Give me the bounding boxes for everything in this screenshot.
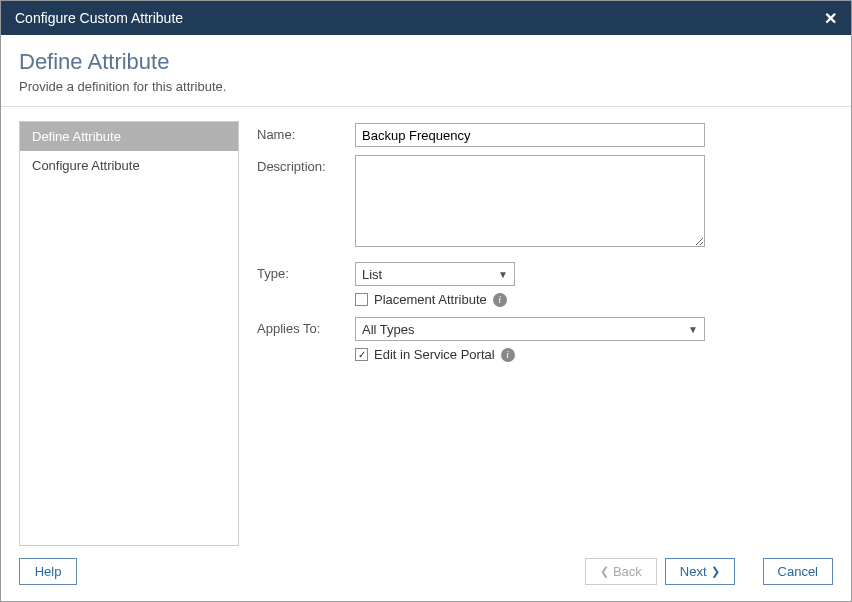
row-type: Type: List ▼ Placement Attribute i — [257, 262, 833, 307]
label-type: Type: — [257, 262, 355, 281]
chevron-left-icon: ❮ — [600, 565, 609, 578]
button-label: Next — [680, 564, 707, 579]
applies-select[interactable]: All Types ▼ — [355, 317, 705, 341]
sidebar-step-define[interactable]: Define Attribute — [20, 122, 238, 151]
cancel-button[interactable]: Cancel — [763, 558, 833, 585]
page-heading: Define Attribute — [19, 49, 833, 75]
placement-checkbox[interactable] — [355, 293, 368, 306]
label-name: Name: — [257, 123, 355, 142]
edit-portal-row: ✓ Edit in Service Portal i — [355, 347, 833, 362]
description-textarea[interactable] — [355, 155, 705, 247]
placement-row: Placement Attribute i — [355, 292, 833, 307]
info-icon[interactable]: i — [501, 348, 515, 362]
chevron-right-icon: ❯ — [711, 565, 720, 578]
edit-portal-checkbox[interactable]: ✓ — [355, 348, 368, 361]
caret-down-icon: ▼ — [498, 269, 508, 280]
applies-value: All Types — [362, 322, 415, 337]
sidebar-step-label: Define Attribute — [32, 129, 121, 144]
content: Define Attribute Configure Attribute Nam… — [1, 107, 851, 550]
type-value: List — [362, 267, 382, 282]
close-icon[interactable]: ✕ — [824, 9, 837, 28]
titlebar: Configure Custom Attribute ✕ — [1, 1, 851, 35]
button-label: Cancel — [778, 564, 818, 579]
label-applies: Applies To: — [257, 317, 355, 336]
form: Name: Description: Type: List ▼ Placemen… — [257, 121, 833, 546]
back-button: ❮ Back — [585, 558, 657, 585]
footer: Help ❮ Back Next ❯ Cancel — [1, 550, 851, 601]
header: Define Attribute Provide a definition fo… — [1, 35, 851, 107]
sidebar-step-configure[interactable]: Configure Attribute — [20, 151, 238, 180]
row-applies: Applies To: All Types ▼ ✓ Edit in Servic… — [257, 317, 833, 362]
window-title: Configure Custom Attribute — [15, 10, 183, 26]
wizard-sidebar: Define Attribute Configure Attribute — [19, 121, 239, 546]
next-button[interactable]: Next ❯ — [665, 558, 735, 585]
type-select[interactable]: List ▼ — [355, 262, 515, 286]
help-button[interactable]: Help — [19, 558, 77, 585]
sidebar-step-label: Configure Attribute — [32, 158, 140, 173]
edit-portal-label: Edit in Service Portal — [374, 347, 495, 362]
page-subheading: Provide a definition for this attribute. — [19, 79, 833, 94]
row-name: Name: — [257, 123, 833, 147]
row-description: Description: — [257, 155, 833, 250]
label-description: Description: — [257, 155, 355, 174]
name-input[interactable] — [355, 123, 705, 147]
button-label: Back — [613, 564, 642, 579]
caret-down-icon: ▼ — [688, 324, 698, 335]
button-label: Help — [35, 564, 62, 579]
info-icon[interactable]: i — [493, 293, 507, 307]
placement-label: Placement Attribute — [374, 292, 487, 307]
